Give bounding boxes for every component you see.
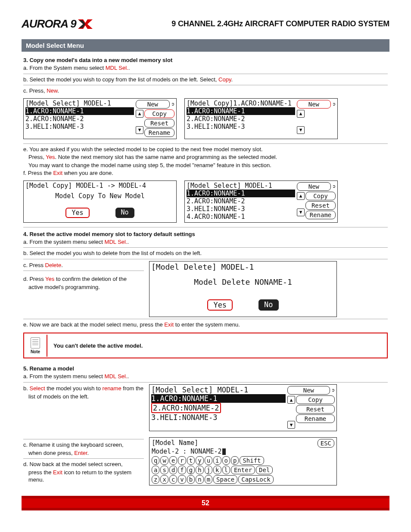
key-b[interactable]: b	[187, 475, 195, 484]
list-item[interactable]: 2.ACRO:NONAME-2	[151, 403, 286, 413]
key-o[interactable]: o	[222, 456, 230, 465]
copy-button[interactable]: Copy	[296, 395, 335, 404]
no-button[interactable]: No	[115, 208, 134, 218]
lcd-title: [Model Name]	[152, 439, 198, 448]
step-5c2: when done press, Enter.	[23, 449, 144, 457]
arrow-up-icon[interactable]: ▲	[297, 110, 305, 118]
arrow-up-icon[interactable]: ▲	[136, 110, 143, 118]
esc-button[interactable]: ESC	[318, 439, 334, 448]
new-button[interactable]: New	[297, 100, 331, 109]
key-f[interactable]: f	[178, 466, 186, 474]
screen-model-delete: [Model Delete] MODEL-1 Model Delete NONA…	[149, 261, 337, 317]
reset-button[interactable]: Reset	[305, 201, 336, 210]
step-3-title: 3. Copy one model's data into a new mode…	[23, 57, 388, 63]
exit-icon[interactable]: ➲	[333, 101, 336, 107]
key-g[interactable]: g	[187, 466, 195, 474]
exit-icon[interactable]: ➲	[332, 387, 335, 393]
list-item[interactable]: 3.HELI:NONAME-3	[187, 205, 295, 213]
logo: AURORA 9	[22, 17, 93, 31]
yes-button[interactable]: Yes	[207, 299, 233, 311]
model-name-value: Model-2 : NONAME-2	[152, 448, 334, 455]
step-3c: c. Press, New.	[23, 87, 388, 95]
key-m[interactable]: m	[205, 475, 212, 484]
rename-button[interactable]: Rename	[296, 414, 335, 423]
key-a[interactable]: a	[152, 466, 159, 474]
list-item[interactable]: 2.ACRO:NONAME-2	[25, 115, 134, 123]
space-key[interactable]: Space	[213, 475, 237, 484]
key-l[interactable]: l	[222, 466, 230, 474]
arrow-down-icon[interactable]: ▼	[297, 208, 305, 216]
step-4-title: 4. Reset the active model memory slot to…	[23, 231, 388, 237]
key-u[interactable]: u	[205, 456, 212, 465]
key-t[interactable]: t	[187, 456, 195, 465]
key-h[interactable]: h	[196, 466, 203, 474]
page-footer: 52	[22, 496, 389, 510]
keyboard-row: zxcvbnmSpaceCapsLock	[152, 475, 334, 484]
screen-keyboard: [Model Name] ESC Model-2 : NONAME-2 qwer…	[149, 437, 337, 485]
arrow-up-icon[interactable]: ▲	[297, 192, 305, 200]
exit-icon[interactable]: ➲	[171, 101, 174, 107]
list-item[interactable]: 3.HELI:NONAME-3	[25, 123, 134, 131]
key-s[interactable]: s	[160, 466, 168, 474]
step-4c: c. Press Delete.	[23, 261, 144, 269]
arrow-down-icon[interactable]: ▼	[136, 126, 143, 134]
capslock-key[interactable]: CapsLock	[238, 475, 273, 484]
list-item[interactable]: 1.ACRO:NONAME-1	[187, 190, 295, 197]
page-number: 52	[22, 498, 389, 508]
rename-button[interactable]: Rename	[305, 211, 336, 219]
arrow-down-icon[interactable]: ▼	[297, 126, 305, 134]
key-e[interactable]: e	[169, 456, 177, 465]
list-item[interactable]: 3.HELI:NONAME-3	[151, 413, 286, 422]
note-box: Note You can't delete the active model.	[23, 333, 388, 358]
step-5d2: press the Exit icon to return to the sys…	[23, 469, 144, 484]
key-n[interactable]: n	[196, 475, 203, 484]
list-item[interactable]: 2.ACRO:NONAME-2	[187, 115, 295, 123]
screen-model-select-2: [Model Select] MODEL-1 1.ACRO:NONAME-1 2…	[184, 180, 338, 223]
key-v[interactable]: v	[178, 475, 186, 484]
new-button[interactable]: New	[136, 100, 170, 109]
key-r[interactable]: r	[178, 456, 186, 465]
key-j[interactable]: j	[205, 466, 212, 474]
key-x[interactable]: x	[160, 475, 168, 484]
key-i[interactable]: i	[213, 456, 221, 465]
delete-key[interactable]: Del	[256, 466, 273, 474]
copy-button[interactable]: Copy	[305, 192, 336, 200]
list-item[interactable]: 3.HELI:NONAME-3	[187, 123, 295, 131]
list-item[interactable]: 1.ACRO:NONAME-1	[187, 107, 295, 115]
screen-model-select-rename: [Model Select] MODEL-1 1.ACRO:NONAME-1 2…	[149, 384, 337, 431]
step-5b2: list of models on the left.	[23, 393, 144, 401]
reset-button[interactable]: Reset	[144, 119, 174, 128]
arrow-up-icon[interactable]: ▲	[287, 396, 295, 404]
lcd-title: [Model Select] MODEL-1	[151, 386, 286, 394]
step-5-title: 5. Rename a model	[23, 365, 388, 372]
step-5a: a. From the system menu select MDL Sel..	[23, 373, 388, 380]
enter-key[interactable]: Enter	[231, 466, 255, 474]
step-3a: a. From the System menu select MDL Sel..	[23, 64, 388, 72]
screen-model-copy-1: [Model Copy]1.ACRO:NONAME-1 1.ACRO:NONAM…	[184, 98, 338, 139]
reset-button[interactable]: Reset	[296, 405, 335, 414]
key-z[interactable]: z	[152, 475, 159, 484]
list-item[interactable]: 1.ACRO:NONAME-1	[25, 107, 134, 115]
key-d[interactable]: d	[169, 466, 177, 474]
note-icon	[31, 337, 40, 348]
list-item[interactable]: 1.ACRO:NONAME-1	[151, 394, 286, 403]
arrow-down-icon[interactable]: ▼	[287, 421, 295, 429]
key-w[interactable]: w	[160, 456, 168, 465]
key-y[interactable]: y	[196, 456, 203, 465]
list-item[interactable]: 4.ACRO:NONAME-1	[187, 213, 295, 221]
rename-button[interactable]: Rename	[144, 128, 174, 137]
key-k[interactable]: k	[213, 466, 221, 474]
key-q[interactable]: q	[152, 456, 159, 465]
key-p[interactable]: p	[231, 456, 239, 465]
key-c[interactable]: c	[169, 475, 177, 484]
yes-button[interactable]: Yes	[65, 208, 89, 218]
lcd-title: [Model Copy] MODEL-1 -> MODEL-4	[25, 182, 174, 190]
list-item[interactable]: 2.ACRO:NONAME-2	[187, 197, 295, 205]
exit-icon[interactable]: ➲	[333, 184, 336, 190]
new-button[interactable]: New	[287, 386, 330, 395]
no-button[interactable]: No	[258, 299, 278, 311]
lcd-title: [Model Select] MODEL-1	[25, 100, 134, 107]
copy-button[interactable]: Copy	[144, 109, 174, 118]
new-button[interactable]: New	[297, 182, 331, 191]
shift-key[interactable]: Shift	[240, 456, 264, 465]
